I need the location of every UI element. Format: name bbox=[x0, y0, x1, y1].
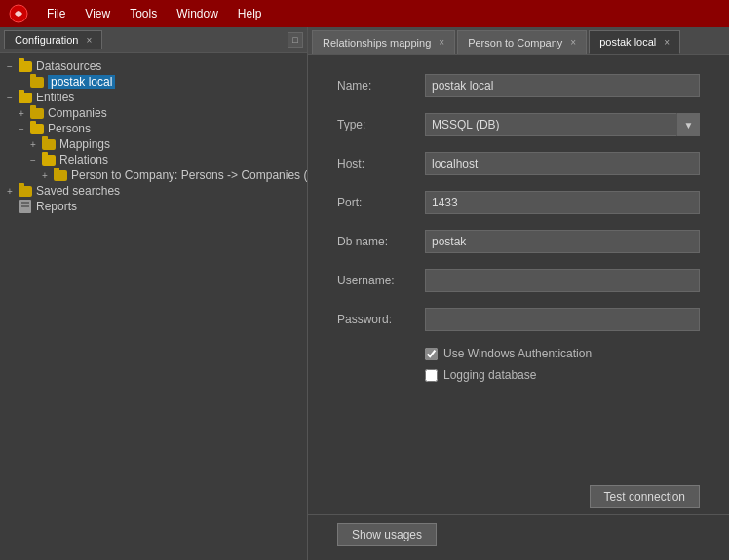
menu-window[interactable]: Window bbox=[169, 4, 226, 23]
form-row-host: Host: bbox=[337, 152, 700, 175]
logging-checkbox[interactable] bbox=[425, 369, 438, 382]
label-companies: Companies bbox=[48, 106, 107, 120]
toggle-postak-local bbox=[16, 76, 27, 88]
password-input[interactable] bbox=[425, 308, 700, 331]
windows-auth-label: Use Windows Authentication bbox=[443, 347, 592, 360]
configuration-tab[interactable]: Configuration × bbox=[4, 30, 102, 49]
menu-file[interactable]: File bbox=[39, 4, 73, 23]
form-row-password: Password: bbox=[337, 308, 700, 331]
folder-open-icon-entities bbox=[18, 91, 33, 104]
right-panel: Relationships mapping × Person to Compan… bbox=[308, 27, 729, 560]
tab-relationships-mapping-close[interactable]: × bbox=[439, 37, 444, 48]
toggle-person-to-company[interactable]: + bbox=[39, 169, 51, 181]
tab-person-to-company-close[interactable]: × bbox=[570, 37, 576, 48]
dbname-input[interactable] bbox=[425, 230, 700, 253]
tree-node-mappings[interactable]: + Mappings bbox=[4, 136, 303, 152]
label-persons: Persons bbox=[48, 122, 91, 135]
left-panel: Configuration × □ − Datasources postak l… bbox=[0, 27, 308, 560]
tree-node-reports[interactable]: Reports bbox=[4, 199, 303, 214]
menu-view[interactable]: View bbox=[77, 4, 118, 23]
name-input[interactable] bbox=[425, 74, 700, 97]
tree-node-postak-local[interactable]: postak local bbox=[4, 74, 303, 90]
menu-bar: File View Tools Window Help bbox=[0, 0, 729, 27]
tree-container[interactable]: − Datasources postak local − Entities + … bbox=[0, 53, 307, 560]
tree-node-relations[interactable]: − Relations bbox=[4, 152, 303, 168]
checkbox-row-logging: Logging database bbox=[425, 368, 700, 382]
show-usages-area: Show usages bbox=[308, 514, 729, 560]
toggle-companies[interactable]: + bbox=[16, 107, 27, 119]
toggle-relations[interactable]: − bbox=[27, 154, 39, 166]
test-connection-button[interactable]: Test connection bbox=[590, 485, 700, 508]
toggle-persons[interactable]: − bbox=[16, 123, 27, 134]
toggle-reports bbox=[4, 201, 16, 212]
checkbox-row-windows-auth: Use Windows Authentication bbox=[425, 347, 700, 360]
type-select[interactable]: MSSQL (DB) MySQL PostgreSQL SQLite bbox=[425, 113, 700, 136]
app-logo bbox=[8, 3, 29, 24]
tree-node-datasources[interactable]: − Datasources bbox=[4, 58, 303, 74]
folder-icon-person-to-company bbox=[53, 168, 68, 182]
form-content: Name: Type: MSSQL (DB) MySQL PostgreSQL … bbox=[308, 55, 729, 485]
username-input[interactable] bbox=[425, 269, 700, 292]
tab-postak-local-close[interactable]: × bbox=[664, 37, 670, 48]
form-row-username: Username: bbox=[337, 269, 700, 292]
form-row-name: Name: bbox=[337, 74, 700, 97]
show-usages-button[interactable]: Show usages bbox=[337, 523, 437, 546]
username-label: Username: bbox=[337, 274, 425, 287]
tree-node-entities[interactable]: − Entities bbox=[4, 90, 303, 105]
label-relations: Relations bbox=[59, 153, 108, 167]
folder-icon-mappings bbox=[41, 137, 57, 151]
tree-node-persons[interactable]: − Persons bbox=[4, 121, 303, 136]
tree-node-companies[interactable]: + Companies bbox=[4, 105, 303, 121]
menu-tools[interactable]: Tools bbox=[122, 4, 165, 23]
label-person-to-company: Person to Company: Persons -> Companies … bbox=[71, 168, 307, 182]
type-select-wrapper: MSSQL (DB) MySQL PostgreSQL SQLite ▼ bbox=[425, 113, 700, 136]
form-row-dbname: Db name: bbox=[337, 230, 700, 253]
tab-relationships-mapping-label: Relationships mapping bbox=[323, 37, 431, 49]
toggle-saved-searches[interactable]: + bbox=[4, 185, 16, 197]
label-postak-local: postak local bbox=[48, 75, 115, 89]
tab-person-to-company-label: Person to Company bbox=[468, 37, 562, 49]
folder-open-icon-persons bbox=[29, 122, 45, 135]
doc-icon-reports bbox=[18, 200, 33, 213]
host-label: Host: bbox=[337, 157, 425, 170]
configuration-tab-label: Configuration bbox=[15, 34, 78, 46]
tab-person-to-company[interactable]: Person to Company × bbox=[457, 30, 587, 54]
windows-auth-checkbox[interactable] bbox=[425, 348, 438, 360]
label-datasources: Datasources bbox=[36, 59, 101, 73]
label-saved-searches: Saved searches bbox=[36, 184, 120, 198]
folder-open-icon-relations bbox=[41, 153, 57, 167]
tab-postak-local[interactable]: postak local × bbox=[589, 30, 680, 54]
toggle-datasources[interactable]: − bbox=[4, 60, 16, 72]
test-connection-area: Test connection bbox=[308, 485, 729, 514]
tree-node-person-to-company[interactable]: + Person to Company: Persons -> Companie… bbox=[4, 168, 303, 183]
label-reports: Reports bbox=[36, 200, 77, 213]
folder-icon-companies bbox=[29, 106, 45, 120]
label-entities: Entities bbox=[36, 91, 74, 104]
panel-tab-actions: □ bbox=[288, 32, 303, 48]
tab-relationships-mapping[interactable]: Relationships mapping × bbox=[312, 30, 455, 54]
folder-icon bbox=[29, 75, 45, 89]
port-input[interactable] bbox=[425, 191, 700, 214]
label-mappings: Mappings bbox=[59, 137, 110, 151]
logging-label: Logging database bbox=[443, 368, 536, 382]
form-row-port: Port: bbox=[337, 191, 700, 214]
name-label: Name: bbox=[337, 79, 425, 93]
folder-icon-saved-searches bbox=[18, 184, 33, 198]
form-row-type: Type: MSSQL (DB) MySQL PostgreSQL SQLite… bbox=[337, 113, 700, 136]
dbname-label: Db name: bbox=[337, 235, 425, 248]
folder-open-icon bbox=[18, 59, 33, 73]
configuration-tab-close[interactable]: × bbox=[86, 35, 92, 46]
toggle-mappings[interactable]: + bbox=[27, 138, 39, 150]
tree-node-saved-searches[interactable]: + Saved searches bbox=[4, 183, 303, 199]
type-label: Type: bbox=[337, 118, 425, 131]
tab-postak-local-label: postak local bbox=[599, 36, 656, 48]
main-layout: Configuration × □ − Datasources postak l… bbox=[0, 27, 729, 560]
port-label: Port: bbox=[337, 196, 425, 209]
menu-help[interactable]: Help bbox=[230, 4, 270, 23]
host-input[interactable] bbox=[425, 152, 700, 175]
panel-maximize-btn[interactable]: □ bbox=[288, 32, 303, 48]
left-tab-bar: Configuration × □ bbox=[0, 27, 307, 53]
toggle-entities[interactable]: − bbox=[4, 92, 16, 103]
right-tab-bar: Relationships mapping × Person to Compan… bbox=[308, 27, 729, 55]
password-label: Password: bbox=[337, 313, 425, 326]
